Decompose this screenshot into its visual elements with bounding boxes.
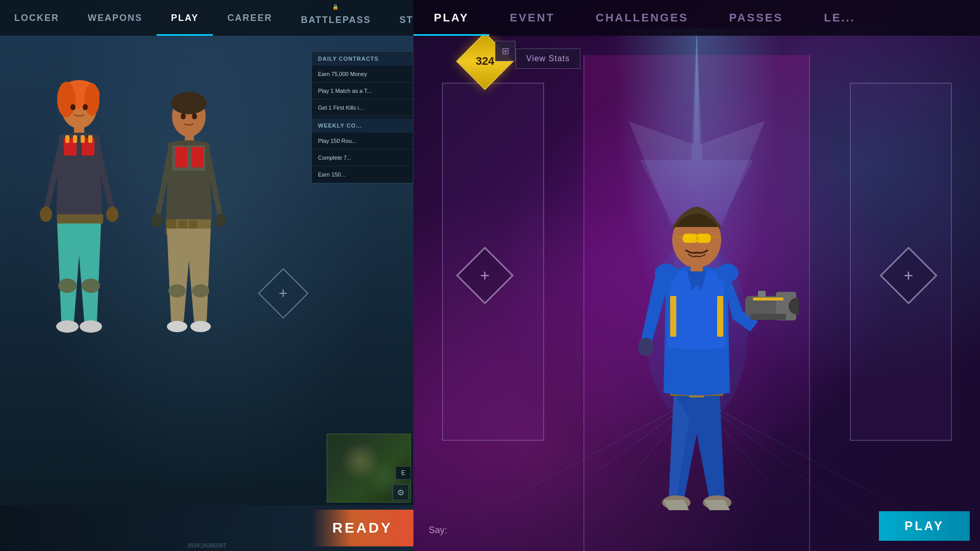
- left-slot-plus-icon: +: [480, 266, 490, 285]
- nav-right-le[interactable]: LE...: [803, 0, 875, 36]
- contracts-panel: DAILY CONTRACTS Earn 75,000 Money Play 1…: [311, 51, 413, 184]
- inventory-symbol: ⊞: [502, 45, 509, 57]
- svg-rect-73: [682, 234, 698, 243]
- svg-point-23: [192, 113, 197, 119]
- svg-rect-61: [717, 296, 723, 337]
- daily-contracts-header: DAILY CONTRACTS: [312, 52, 413, 66]
- contract-item-1[interactable]: Earn 75,000 Money: [312, 66, 413, 83]
- svg-point-33: [190, 321, 211, 332]
- svg-rect-17: [88, 135, 92, 143]
- right-slot-plus-icon: +: [904, 266, 914, 285]
- character-male[interactable]: [135, 87, 242, 398]
- nav-right-passes[interactable]: PASSES: [709, 0, 804, 36]
- nav-store[interactable]: 🔒 STORE: [385, 0, 413, 36]
- svg-rect-26: [175, 147, 187, 167]
- svg-point-37: [192, 284, 209, 297]
- svg-rect-68: [750, 314, 786, 320]
- add-player-plus-icon: +: [279, 285, 288, 302]
- right-panel: PLAY EVENT CHALLENGES PASSES LE... 324 ⊞…: [413, 0, 980, 551]
- nav-career[interactable]: CAREER: [213, 0, 286, 36]
- nav-weapons[interactable]: WEAPONS: [74, 0, 157, 36]
- svg-rect-60: [670, 296, 676, 337]
- add-player-button[interactable]: +: [258, 268, 309, 319]
- left-panel: LOCKER WEAPONS PLAY CAREER 🔒 BATTLEPASS …: [0, 0, 413, 551]
- top-nav-right: PLAY EVENT CHALLENGES PASSES LE...: [413, 0, 980, 36]
- nav-right-le-label: LE...: [824, 11, 855, 24]
- level-number: 324: [476, 55, 495, 68]
- svg-point-2: [57, 82, 76, 117]
- add-player-area: +: [265, 276, 301, 311]
- svg-point-5: [83, 104, 88, 110]
- svg-point-18: [58, 279, 77, 293]
- map-settings-button[interactable]: ⚙: [393, 484, 409, 500]
- weekly-item-2[interactable]: Complete 7...: [312, 149, 413, 166]
- left-character-slot[interactable]: +: [464, 255, 505, 296]
- svg-rect-75: [697, 236, 698, 240]
- svg-point-4: [70, 104, 76, 110]
- weekly-item-3[interactable]: Earn 150...: [312, 166, 413, 183]
- svg-rect-16: [81, 135, 85, 143]
- weekly-contracts-header: WEEKLY CO...: [312, 118, 413, 133]
- svg-rect-70: [753, 297, 783, 300]
- nav-battlepass[interactable]: 🔒 BATTLEPASS: [286, 0, 385, 36]
- weekly-item-1[interactable]: Play 150 Rou...: [312, 133, 413, 149]
- mode-label: E: [396, 466, 411, 480]
- character-female[interactable]: [20, 77, 138, 403]
- svg-point-32: [167, 321, 187, 332]
- svg-point-13: [106, 207, 118, 222]
- battlepass-lock-icon: 🔒: [332, 4, 339, 10]
- svg-point-79: [699, 234, 705, 238]
- svg-rect-15: [73, 135, 77, 143]
- nav-right-play[interactable]: PLAY: [413, 0, 489, 36]
- svg-point-22: [181, 113, 186, 119]
- inventory-icon[interactable]: ⊞: [495, 41, 516, 61]
- contract-item-3[interactable]: Get 1 First Kills i...: [312, 99, 413, 116]
- right-slot-diamond[interactable]: +: [879, 246, 937, 304]
- top-nav-left: LOCKER WEAPONS PLAY CAREER 🔒 BATTLEPASS …: [0, 0, 413, 36]
- svg-point-36: [168, 284, 186, 297]
- svg-rect-14: [65, 135, 69, 143]
- right-character-slot[interactable]: +: [888, 255, 929, 296]
- svg-point-78: [684, 234, 691, 238]
- ready-button[interactable]: READY: [311, 510, 413, 546]
- svg-point-3: [84, 83, 100, 116]
- nav-right-challenges[interactable]: CHALLENGES: [575, 0, 709, 36]
- nav-play[interactable]: PLAY: [157, 0, 213, 36]
- left-slot-diamond[interactable]: +: [456, 246, 513, 304]
- svg-point-64: [638, 338, 653, 356]
- contract-item-2[interactable]: Play 1 Match as a T...: [312, 83, 413, 99]
- svg-point-21: [171, 92, 207, 114]
- main-character-display: [595, 128, 799, 510]
- match-id: 2034:26360297: [187, 542, 226, 548]
- svg-rect-69: [758, 291, 766, 297]
- nav-right-event[interactable]: EVENT: [489, 0, 575, 36]
- say-label: Say:: [429, 525, 447, 536]
- svg-point-10: [56, 320, 79, 333]
- svg-rect-9: [57, 214, 103, 223]
- view-stats-button[interactable]: View Stats: [516, 48, 580, 69]
- svg-point-11: [80, 320, 102, 333]
- svg-point-19: [82, 279, 100, 293]
- nav-locker[interactable]: LOCKER: [0, 0, 74, 36]
- svg-point-35: [215, 214, 226, 227]
- svg-rect-27: [191, 147, 204, 167]
- svg-point-34: [152, 214, 163, 227]
- svg-point-12: [40, 207, 52, 222]
- play-button-right[interactable]: PLAY: [879, 511, 970, 541]
